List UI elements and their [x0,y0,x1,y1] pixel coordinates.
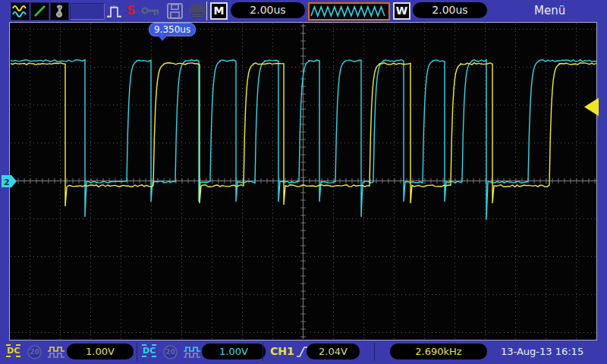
ch2-bandwidth-icon[interactable]: 20 [163,345,178,359]
statusbar-separator [263,343,263,361]
statusbar-separator [137,343,137,361]
ch1-coupling-icon[interactable]: DC [6,344,20,357]
top-toolbar: S M 2.00us W 2.00us Menü [0,0,607,22]
trigger-source-label: CH1 [270,345,294,357]
save-floppy-icon[interactable] [166,2,184,23]
s-indicator: S [127,3,136,18]
main-timebase-label: M [210,2,228,20]
trigger-delay-badge[interactable]: 9.350us [149,23,196,36]
ch2-coupling-icon[interactable]: DC [142,344,156,357]
ch2-scale-value: 1.00V [202,344,266,359]
main-timebase-value: 2.00us [231,2,305,18]
toolbar-separator [206,2,207,20]
printer-icon [187,2,207,23]
pulse-icon[interactable] [106,2,126,23]
ch1-bandwidth-icon[interactable]: 20 [27,345,42,359]
window-timebase-label: W [393,2,410,20]
datetime-display: 13-Aug-13 16:15 [501,346,583,357]
trigger-level-value: 2.04V [307,344,360,359]
pattern-icon[interactable] [50,2,69,20]
statusbar-separator [374,343,375,361]
window-timebase-value: 2.00us [413,2,487,18]
ch1-squarewave-icon[interactable] [47,346,65,362]
trigger-frequency-value: 2.690kHz [390,344,487,359]
burst-waveform-icon[interactable] [308,2,390,20]
key-icon[interactable] [141,5,164,20]
channel-waveforms-icon[interactable] [11,2,30,20]
ch1-scale-value: 1.00V [67,344,134,359]
empty-slot [70,3,105,20]
menu-button[interactable]: Menü [534,4,565,17]
trigger-position-pointer [158,36,167,41]
waveform-screen [9,22,597,340]
bottom-status-bar: DC 20 1.00V DC 20 1.00V CH1 2.04V 2.690k… [0,340,607,364]
line-icon[interactable] [30,2,49,20]
ch2-squarewave-icon[interactable] [183,346,201,362]
